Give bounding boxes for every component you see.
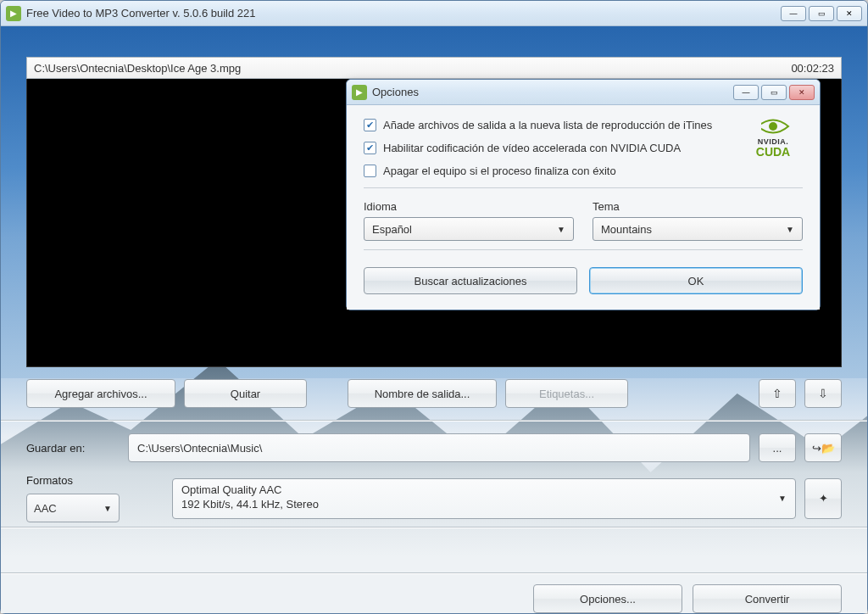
checkbox-checked-icon: ✔	[364, 142, 376, 154]
dialog-titlebar: ▶ Opciones — ▭ ✕	[347, 80, 820, 105]
quality-combo[interactable]: Optimal Quality AAC 192 Kbit/s, 44.1 kHz…	[172, 478, 796, 519]
dialog-separator-1	[364, 187, 803, 188]
preview-header: C:\Users\Ontecnia\Desktop\Ice Age 3.mpg …	[26, 57, 842, 79]
chevron-down-icon: ▼	[103, 504, 112, 513]
option-itunes[interactable]: ✔ Añade archivos de salida a la nueva li…	[364, 119, 803, 131]
check-updates-button[interactable]: Buscar actualizaciones	[364, 267, 577, 294]
duration: 00:02:23	[791, 62, 834, 75]
option-itunes-label: Añade archivos de salida a la nueva list…	[383, 119, 712, 131]
dialog-columns: Idioma Español ▼ Tema Mountains ▼	[364, 200, 803, 241]
format-combo[interactable]: AAC ▼	[26, 494, 120, 522]
file-path: C:\Users\Ontecnia\Desktop\Ice Age 3.mpg	[34, 62, 241, 75]
browse-label: ...	[773, 442, 782, 455]
theme-col: Tema Mountains ▼	[593, 200, 803, 241]
save-to-value: C:\Users\Ontecnia\Music\	[137, 442, 262, 455]
ok-button[interactable]: OK	[589, 267, 803, 294]
svg-point-0	[769, 122, 777, 131]
chevron-down-icon: ▼	[786, 225, 794, 234]
quality-title: Optimal Quality AAC	[181, 483, 787, 498]
nvidia-cuda-logo: NVIDIA. CUDA	[747, 117, 799, 158]
options-button[interactable]: Opciones...	[533, 584, 682, 613]
dialog-footer: Buscar actualizaciones OK	[364, 267, 803, 294]
dialog-minimize-button[interactable]: —	[733, 85, 759, 100]
theme-dropdown[interactable]: Mountains ▼	[593, 217, 803, 241]
main-maximize-button[interactable]: ▭	[809, 6, 834, 21]
format-value: AAC	[34, 502, 57, 515]
main-titlebar: ▶ Free Video to MP3 Converter v. 5.0.6 b…	[1, 1, 867, 26]
file-toolbar: Agregar archivos... Quitar Nombre de sal…	[26, 379, 842, 408]
tags-button[interactable]: Etiquetas...	[505, 379, 628, 408]
language-value: Español	[372, 223, 412, 236]
svg-rect-1	[753, 120, 761, 133]
chevron-down-icon: ▼	[778, 493, 787, 505]
dialog-title: Opciones	[372, 86, 419, 98]
option-cuda[interactable]: ✔ Habilitar codificación de vídeo accele…	[364, 142, 803, 154]
bottom-toolbar: Opciones... Convertir	[26, 584, 842, 613]
open-folder-button[interactable]: ↪📂	[804, 433, 842, 462]
checkbox-checked-icon: ✔	[364, 119, 376, 131]
separator-1	[1, 420, 867, 421]
options-dialog: ▶ Opciones — ▭ ✕ NVIDIA. CUDA ✔ Añade ar…	[346, 79, 821, 310]
main-minimize-button[interactable]: —	[781, 6, 806, 21]
app-icon: ▶	[6, 6, 21, 21]
browse-button[interactable]: ...	[759, 433, 796, 462]
wizard-button[interactable]: ✦	[804, 478, 842, 519]
formats-left: Formatos AAC ▼	[26, 474, 120, 522]
option-cuda-label: Habilitar codificación de vídeo accelera…	[383, 142, 681, 154]
separator-2	[1, 527, 867, 528]
output-name-button[interactable]: Nombre de salida...	[348, 379, 497, 408]
option-shutdown-label: Apagar el equipo si el proceso finaliza …	[383, 165, 616, 177]
dialog-separator-2	[364, 249, 803, 250]
option-shutdown[interactable]: Apagar el equipo si el proceso finaliza …	[364, 165, 803, 177]
save-to-input[interactable]: C:\Users\Ontecnia\Music\	[128, 433, 750, 462]
save-row: Guardar en: C:\Users\Ontecnia\Music\ ...…	[26, 433, 842, 462]
add-files-button[interactable]: Agregar archivos...	[26, 379, 175, 408]
formats-label: Formatos	[26, 474, 120, 487]
window-title: Free Video to MP3 Converter v. 5.0.6 bui…	[26, 7, 256, 20]
folder-icon: ↪📂	[812, 442, 835, 455]
main-close-button[interactable]: ✕	[837, 6, 862, 21]
theme-label: Tema	[593, 200, 803, 213]
chevron-down-icon: ▼	[557, 225, 565, 234]
arrow-down-icon: ⇩	[818, 387, 828, 400]
language-dropdown[interactable]: Español ▼	[364, 217, 574, 241]
checkbox-unchecked-icon	[364, 165, 376, 177]
move-down-button[interactable]: ⇩	[804, 379, 842, 408]
theme-value: Mountains	[601, 223, 652, 236]
cuda-text: CUDA	[747, 146, 799, 158]
dialog-maximize-button[interactable]: ▭	[761, 85, 787, 100]
formats-row: Formatos AAC ▼ Optimal Quality AAC 192 K…	[26, 474, 842, 522]
language-label: Idioma	[364, 200, 574, 213]
nvidia-eye-icon	[753, 117, 793, 136]
quality-detail: 192 Kbit/s, 44.1 kHz, Stereo	[181, 497, 787, 512]
dialog-close-button[interactable]: ✕	[789, 85, 815, 100]
dialog-icon: ▶	[352, 85, 367, 100]
separator-3	[1, 572, 867, 574]
remove-button[interactable]: Quitar	[184, 379, 307, 408]
move-up-button[interactable]: ⇧	[759, 379, 796, 408]
wand-icon: ✦	[819, 492, 828, 505]
save-to-label: Guardar en:	[26, 442, 120, 455]
convert-button[interactable]: Convertir	[693, 584, 842, 613]
language-col: Idioma Español ▼	[364, 200, 574, 241]
dialog-content: NVIDIA. CUDA ✔ Añade archivos de salida …	[347, 105, 820, 310]
arrow-up-icon: ⇧	[772, 387, 782, 400]
